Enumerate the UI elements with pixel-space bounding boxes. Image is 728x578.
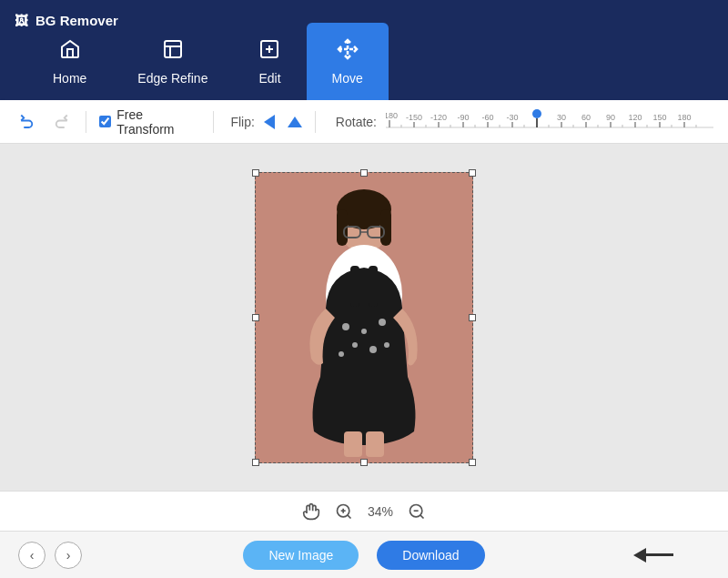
- tab-home-label: Home: [53, 71, 86, 86]
- svg-rect-53: [369, 266, 378, 307]
- divider-3: [315, 111, 316, 133]
- nav-prev-icon: ‹: [30, 548, 35, 563]
- svg-text:-150: -150: [406, 113, 422, 122]
- arrow-block: [633, 548, 673, 563]
- nav-next-button[interactable]: ›: [55, 542, 82, 569]
- svg-point-60: [384, 342, 389, 348]
- tab-home[interactable]: Home: [27, 23, 112, 100]
- svg-text:-60: -60: [481, 113, 493, 122]
- app-icon: 🖼: [15, 13, 28, 28]
- free-transform-label: Free Transform: [116, 107, 200, 137]
- tab-move-label: Move: [332, 71, 363, 86]
- arrow-head: [633, 548, 646, 563]
- new-image-label: New Image: [268, 548, 333, 563]
- svg-point-17: [532, 109, 541, 118]
- svg-rect-61: [344, 431, 362, 457]
- zoom-in-button[interactable]: [335, 502, 353, 521]
- nav-next-icon: ›: [66, 548, 71, 563]
- svg-text:120: 120: [628, 113, 642, 122]
- svg-text:-90: -90: [457, 113, 469, 122]
- svg-text:-120: -120: [430, 113, 447, 122]
- svg-line-64: [348, 514, 351, 518]
- flip-buttons: [264, 115, 302, 129]
- canvas-area: [0, 144, 728, 491]
- bottom-toolbar: 34%: [0, 491, 728, 531]
- download-button[interactable]: Download: [377, 541, 484, 570]
- zoom-out-button[interactable]: [408, 502, 426, 521]
- edge-refine-icon: [162, 38, 184, 66]
- zoom-percent-label: 34%: [368, 504, 393, 519]
- svg-text:90: 90: [606, 113, 615, 122]
- app-title-text: BG Remover: [35, 13, 118, 28]
- tab-edit[interactable]: Edit: [233, 23, 306, 100]
- flip-horizontal-button[interactable]: [264, 115, 275, 129]
- redo-button[interactable]: [48, 109, 73, 135]
- svg-text:180: 180: [677, 113, 691, 122]
- svg-text:-180: -180: [386, 111, 398, 120]
- nav-tabs: Home Edge Refine Edit Move: [18, 0, 710, 100]
- app-title: 🖼 BG Remover: [15, 13, 118, 28]
- person-svg: [264, 177, 464, 459]
- svg-text:-30: -30: [506, 113, 518, 122]
- ruler-svg: -180 -150 -120 -90 -60 -30 0: [386, 109, 713, 135]
- undo-button[interactable]: [15, 109, 39, 135]
- edit-icon: [258, 38, 280, 66]
- divider-2: [213, 111, 214, 133]
- rotate-label: Rotate:: [336, 115, 377, 129]
- image-wrapper[interactable]: [255, 172, 473, 463]
- toolbar: Free Transform Flip: Rotate: -180 -150 -…: [0, 100, 728, 144]
- move-icon: [337, 38, 359, 66]
- hand-tool-button[interactable]: [302, 502, 320, 521]
- tab-edge-refine[interactable]: Edge Refine: [112, 23, 233, 100]
- header: 🖼 BG Remover Home Edge Refine Edit Mov: [0, 0, 728, 100]
- svg-point-54: [342, 323, 349, 330]
- nav-prev-button[interactable]: ‹: [18, 542, 46, 569]
- svg-text:30: 30: [557, 113, 566, 122]
- new-image-button[interactable]: New Image: [243, 541, 359, 570]
- download-label: Download: [402, 548, 459, 563]
- download-arrow: [633, 548, 673, 563]
- image-preview: [255, 172, 473, 463]
- svg-rect-62: [366, 431, 384, 457]
- flip-label: Flip:: [230, 115, 254, 129]
- free-transform-toggle[interactable]: Free Transform: [99, 107, 200, 137]
- svg-text:150: 150: [652, 113, 666, 122]
- tab-edit-label: Edit: [258, 71, 280, 86]
- svg-text:60: 60: [581, 113, 591, 122]
- flip-vertical-button[interactable]: [288, 117, 302, 127]
- free-transform-checkbox[interactable]: [99, 116, 111, 127]
- home-icon: [59, 38, 81, 66]
- svg-point-58: [369, 346, 377, 353]
- svg-point-55: [361, 329, 367, 334]
- svg-point-57: [352, 342, 358, 348]
- tab-edge-refine-label: Edge Refine: [137, 71, 207, 86]
- svg-point-56: [379, 319, 386, 326]
- svg-point-59: [339, 351, 344, 357]
- svg-rect-52: [350, 266, 359, 307]
- rotate-ruler[interactable]: -180 -150 -120 -90 -60 -30 0: [386, 109, 713, 135]
- footer: ‹ › New Image Download: [0, 531, 728, 578]
- svg-rect-0: [165, 41, 181, 57]
- arrow-line: [646, 553, 673, 556]
- divider-1: [86, 111, 86, 133]
- svg-line-68: [420, 514, 424, 518]
- tab-move[interactable]: Move: [307, 23, 389, 100]
